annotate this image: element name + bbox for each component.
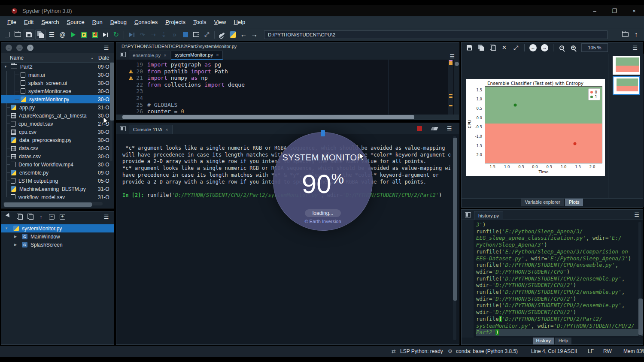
outline-row[interactable]: ▼systemMonitor.py [1, 224, 114, 232]
debug-file-button[interactable] [126, 30, 137, 40]
editor-options-icon[interactable]: ☰ [450, 53, 455, 60]
file-row[interactable]: cpu_model.sav27-O [1, 120, 114, 128]
next-folder-button[interactable]: → [15, 43, 24, 52]
tab-plots[interactable]: Plots [565, 199, 583, 206]
save-file-button[interactable] [24, 30, 34, 40]
code-editor[interactable]: 19!20!212223242526 import pyqtgraph as p… [116, 60, 448, 115]
plot-thumbnail[interactable] [613, 56, 640, 75]
run-file-button[interactable] [68, 30, 79, 40]
browse-tabs-icon[interactable] [462, 210, 473, 220]
go-to-cursor-position-button[interactable] [4, 212, 14, 221]
save-plot-button[interactable] [464, 42, 475, 53]
file-row[interactable]: data.csv30-O [1, 144, 114, 152]
minimize-button[interactable]: – [585, 8, 605, 14]
column-date[interactable]: Date [98, 55, 111, 61]
interrupt-kernel-button[interactable] [414, 124, 425, 134]
run-cell-advance-button[interactable] [89, 30, 100, 40]
editor-vertical-scrollbar[interactable] [454, 60, 459, 115]
browse-tabs-icon[interactable] [117, 124, 128, 134]
warning-marker[interactable] [449, 94, 453, 95]
close-button[interactable]: × [624, 8, 644, 14]
browse-tabs-icon[interactable] [117, 49, 128, 60]
files-horizontal-scrollbar[interactable] [3, 202, 103, 205]
expand-caret-icon[interactable]: ▼ [4, 65, 7, 69]
file-row[interactable]: ensemble.py09-O [1, 169, 114, 177]
warning-marker[interactable] [449, 97, 453, 98]
file-row[interactable]: datas.csv30-O [1, 152, 114, 160]
copy-plot-button[interactable] [487, 42, 498, 53]
parent-folder-button[interactable]: ↑ [25, 43, 35, 52]
go-to-parent-directory-button[interactable]: ↑ [631, 30, 641, 40]
step-into-button[interactable]: ⇣ [158, 30, 169, 40]
column-divider[interactable] [96, 54, 96, 61]
menu-tools[interactable]: Tools [189, 19, 210, 25]
go-to-parent-item-button[interactable]: ↑ [36, 212, 46, 221]
file-switcher-button[interactable]: ☰ [46, 30, 57, 40]
history-options-icon[interactable]: ☰ [634, 211, 639, 218]
clear-console-button[interactable] [429, 124, 440, 134]
warning-marker[interactable] [449, 105, 453, 106]
remove-all-plots-button[interactable]: ⤢ [510, 42, 521, 53]
expand-caret-icon[interactable]: ▶ [14, 243, 17, 247]
options-menu-button[interactable]: ☰ [101, 212, 111, 221]
console-vertical-scrollbar[interactable] [453, 136, 456, 340]
tab-history[interactable]: History [533, 338, 554, 344]
menu-consoles[interactable]: Consoles [131, 19, 161, 25]
menu-projects[interactable]: Projects [161, 19, 189, 25]
close-tab-icon[interactable]: × [216, 52, 219, 57]
open-working-directory-button[interactable] [620, 30, 631, 40]
outline-row[interactable]: ▶CMainWindow [1, 232, 114, 241]
plots-options-icon[interactable]: ☰ [632, 45, 638, 51]
working-directory-input[interactable]: D:\PYTHON\STUDENT\CPU\2 [264, 30, 608, 39]
file-row[interactable]: main.ui30-O [1, 71, 114, 79]
find-symbols-button[interactable]: @ [57, 30, 68, 40]
file-row[interactable]: systemMonitor.exe30-O [1, 87, 114, 95]
column-name[interactable]: Name [1, 55, 24, 61]
debug-cell-button[interactable]: ↷ [137, 30, 148, 40]
menu-help[interactable]: Help [230, 19, 249, 25]
editor-horizontal-scrollbar[interactable] [116, 115, 459, 120]
save-all-plots-button[interactable] [476, 42, 486, 53]
continue-execution-button[interactable]: » [169, 30, 180, 40]
new-file-button[interactable] [2, 30, 12, 40]
forward-button[interactable]: → [249, 30, 260, 40]
menu-run[interactable]: Run [88, 19, 106, 25]
menu-debug[interactable]: Debug [106, 19, 131, 25]
zoom-out-button[interactable]: − [556, 42, 567, 53]
file-row[interactable]: MachineLearning_BLSTM.py31-O [1, 185, 114, 193]
close-tab-icon[interactable]: × [164, 53, 166, 58]
file-row[interactable]: AzureReadings_at_a_timestamp.csv30-O [1, 112, 114, 120]
copy-item-button[interactable] [15, 212, 24, 221]
file-row[interactable]: workflow_model.sav31-O [1, 193, 114, 199]
plot-thumbnail[interactable] [613, 76, 640, 95]
python-path-manager-button[interactable] [228, 30, 238, 40]
collapse-all-button[interactable]: − [47, 212, 57, 221]
preferences-button[interactable] [217, 30, 228, 40]
expand-all-button[interactable]: + [58, 212, 67, 221]
menu-view[interactable]: View [210, 19, 230, 25]
run-selection-button[interactable] [100, 30, 111, 40]
menu-file[interactable]: File [3, 19, 20, 25]
save-all-button[interactable] [35, 30, 46, 40]
open-file-button[interactable] [12, 30, 23, 40]
step-over-button[interactable]: ⇢ [148, 30, 158, 40]
outline-row[interactable]: ▶CSplashScreen [1, 241, 114, 249]
tab-systemMonitor.py[interactable]: systemMonitor.py× [171, 51, 223, 60]
run-external-window-button[interactable] [191, 30, 201, 40]
file-row[interactable]: ▼Part209-O [1, 63, 114, 71]
history-output[interactable]: 3')runfile('E:/Python/Sleep_Apena/3/EEG_… [462, 220, 643, 338]
editor-code[interactable]: import pyqtgraph as pgfrom pathlib impor… [147, 60, 245, 115]
file-row[interactable]: LSTM output.png05-O [1, 177, 114, 185]
file-row[interactable]: systemMonitor.py30-O [1, 95, 114, 103]
history-tab[interactable]: history.py [474, 211, 503, 220]
options-menu-button[interactable]: ☰ [101, 43, 111, 52]
close-tab-icon[interactable]: × [165, 127, 168, 132]
rerun-cell-button[interactable]: ↻ [111, 30, 122, 40]
tab-help[interactable]: Help [555, 338, 572, 344]
file-row[interactable]: splash_screen.ui30-O [1, 79, 114, 87]
options-menu-button[interactable]: ☰ [444, 124, 455, 134]
back-button[interactable]: ← [238, 30, 249, 40]
remove-plot-button[interactable]: × [499, 42, 510, 53]
previous-folder-button[interactable]: ← [4, 43, 14, 52]
menu-edit[interactable]: Edit [20, 19, 37, 25]
